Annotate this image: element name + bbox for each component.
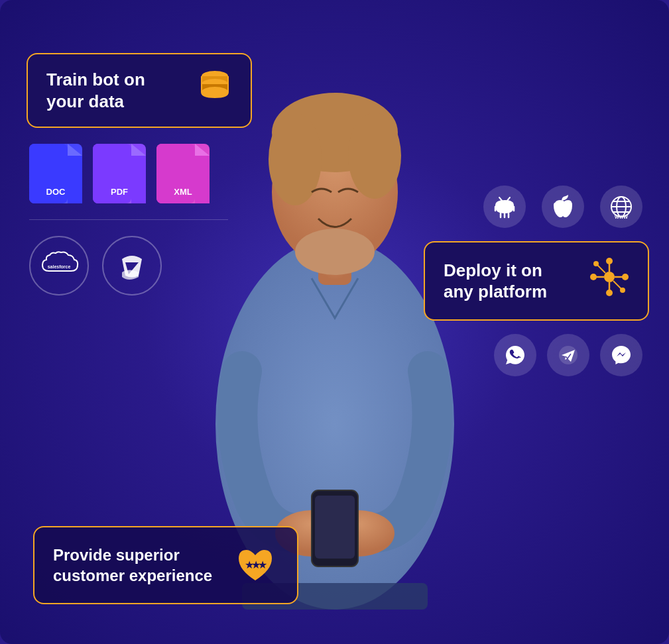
apple-platform-icon — [542, 186, 584, 228]
svg-point-49 — [590, 274, 597, 280]
platform-icons-row: WWW — [483, 186, 642, 228]
bottom-panel: Provide superior customer experience ★ ★… — [33, 526, 298, 604]
xml-file-card: XML — [156, 144, 210, 203]
divider — [29, 219, 228, 220]
svg-point-50 — [622, 274, 629, 280]
svg-point-51 — [593, 261, 599, 266]
pdf-label: PDF — [111, 187, 128, 197]
left-panel: Train bot on your data DOC — [27, 53, 252, 295]
train-bot-card: Train bot on your data — [27, 53, 252, 128]
svg-rect-22 — [195, 156, 210, 203]
database-icon — [198, 70, 232, 112]
svg-point-6 — [295, 229, 375, 275]
salesforce-label: salesforce — [39, 251, 79, 280]
whatsapp-icon — [494, 334, 536, 376]
doc-label: DOC — [46, 187, 66, 197]
messaging-icons-row — [494, 334, 642, 376]
svg-point-40 — [604, 272, 615, 282]
svg-text:★: ★ — [258, 559, 267, 570]
svg-rect-19 — [131, 156, 146, 203]
telegram-icon — [547, 334, 589, 376]
svg-line-46 — [613, 281, 621, 289]
deploy-text: Deploy it on any platform — [444, 260, 576, 303]
xml-label: XML — [174, 187, 192, 197]
svg-text:salesforce: salesforce — [48, 264, 71, 269]
svg-point-48 — [606, 290, 613, 296]
svg-rect-16 — [68, 156, 82, 203]
messenger-icon — [600, 334, 642, 376]
svg-point-52 — [620, 288, 625, 293]
cx-card: Provide superior customer experience ★ ★… — [33, 526, 298, 604]
heart-stars-icon: ★ ★ ★ — [232, 542, 278, 588]
svg-point-14 — [202, 87, 228, 97]
main-container: Train bot on your data DOC — [0, 0, 669, 644]
svg-marker-17 — [68, 144, 82, 156]
salesforce-badge: salesforce — [29, 236, 89, 295]
svg-point-47 — [606, 258, 613, 264]
right-panel: WWW Deploy it on any platform — [424, 186, 649, 376]
zendesk-badge — [102, 236, 162, 295]
svg-marker-23 — [195, 144, 210, 156]
web-platform-icon: WWW — [600, 186, 642, 228]
train-bot-text: Train bot on your data — [46, 69, 184, 112]
svg-point-5 — [348, 113, 401, 199]
deploy-card: Deploy it on any platform — [424, 241, 649, 321]
integrations-row: salesforce — [27, 236, 252, 295]
file-types-row: DOC PDF XML — [27, 144, 252, 203]
svg-rect-10 — [315, 496, 355, 559]
cx-text: Provide superior customer experience — [53, 545, 219, 586]
doc-file-card: DOC — [29, 144, 82, 203]
network-icon — [589, 257, 629, 305]
svg-marker-20 — [131, 144, 146, 156]
svg-text:WWW: WWW — [615, 215, 628, 219]
pdf-file-card: PDF — [93, 144, 146, 203]
android-platform-icon — [483, 186, 526, 228]
svg-line-45 — [597, 265, 605, 273]
